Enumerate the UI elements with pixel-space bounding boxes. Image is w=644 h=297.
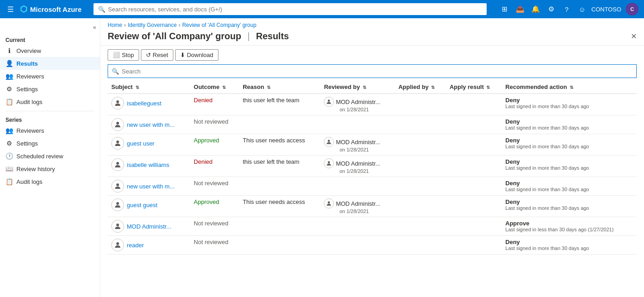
sidebar-item-audit-logs-current[interactable]: 📋 Audit logs — [0, 95, 100, 108]
cell-subject-0: isabelleguest — [108, 94, 190, 115]
col-subject-label: Subject — [111, 83, 133, 90]
col-apply-result[interactable]: Apply result ⇅ — [446, 81, 502, 94]
sidebar-item-audit-logs-series-label: Audit logs — [16, 178, 42, 185]
rec-action-main: Deny — [505, 118, 633, 125]
cell-subject-2: guest user — [108, 134, 190, 156]
collapse-icon[interactable]: « — [93, 24, 96, 31]
series-reviewers-icon: 👥 — [5, 127, 13, 134]
sidebar-item-overview[interactable]: ℹ Overview — [0, 44, 100, 57]
cell-reviewed-by-0: MOD Administr... on 1/28/2021 — [320, 94, 395, 115]
main-layout: « Current ℹ Overview 👤 Results 👥 Reviewe… — [0, 18, 644, 297]
outcome-badge: Not reviewed — [194, 180, 229, 187]
hamburger-menu[interactable]: ☰ — [5, 3, 16, 16]
search-box-wrap: 🔍 — [100, 64, 644, 81]
sidebar-item-review-history[interactable]: 📖 Review history — [0, 162, 100, 175]
col-rec-action[interactable]: Recommended action ⇅ — [502, 81, 637, 94]
cell-reviewed-by-2: MOD Administr... on 1/28/2021 — [320, 134, 395, 156]
help-icon[interactable]: ? — [561, 3, 573, 16]
sidebar-item-settings-series[interactable]: ⚙ Settings — [0, 137, 100, 150]
avatar[interactable]: C — [626, 3, 639, 16]
svg-point-10 — [116, 224, 119, 226]
cell-apply-result-0 — [446, 94, 502, 115]
reviewer-name-text: MOD Administr... — [336, 160, 380, 167]
rec-action-sub: Last signed in more than 30 days ago — [505, 125, 633, 130]
notifications-icon[interactable]: 🔔 — [530, 3, 542, 16]
rec-action-sort-icon: ⇅ — [570, 85, 573, 90]
sidebar-item-audit-logs-series[interactable]: 📋 Audit logs — [0, 175, 100, 188]
cell-rec-action-5: Deny Last signed in more than 30 days ag… — [502, 196, 637, 217]
reviewer-date: on 1/28/2021 — [339, 147, 391, 152]
cell-apply-result-1 — [446, 115, 502, 134]
cell-reason-6 — [239, 217, 320, 236]
rec-action-main: Deny — [505, 137, 633, 144]
series-audit-icon: 📋 — [5, 178, 13, 185]
user-name[interactable]: reader — [127, 242, 144, 249]
cell-rec-action-7: Deny Last signed in more than 30 days ag… — [502, 236, 637, 255]
results-icon: 👤 — [5, 60, 13, 67]
col-reason-label: Reason — [243, 83, 264, 90]
breadcrumb-home[interactable]: Home — [108, 22, 122, 28]
stop-button[interactable]: ⬜ Stop — [108, 49, 139, 61]
search-input[interactable] — [122, 68, 633, 75]
global-search-input[interactable] — [108, 6, 482, 13]
portal-help-icon[interactable]: ⊞ — [499, 3, 511, 16]
user-name[interactable]: MOD Administr... — [127, 223, 171, 230]
rec-action-sub: Last signed in more than 30 days ago — [505, 187, 633, 192]
cell-subject-3: isabelle williams — [108, 156, 190, 177]
reviewer-date: on 1/28/2021 — [339, 208, 391, 214]
cell-subject-4: new user with m... — [108, 177, 190, 196]
cell-reviewed-by-4 — [320, 177, 395, 196]
rec-action-main: Deny — [505, 180, 633, 187]
cell-subject-5: guest guest — [108, 196, 190, 217]
cell-applied-by-5 — [395, 196, 446, 217]
page-title-sub: Results — [256, 31, 289, 41]
breadcrumb-review[interactable]: Review of 'All Company' group — [182, 22, 256, 28]
cell-applied-by-7 — [395, 236, 446, 255]
sidebar-item-reviewers-series[interactable]: 👥 Reviewers — [0, 124, 100, 137]
sidebar-item-reviewers-current[interactable]: 👥 Reviewers — [0, 70, 100, 83]
user-name[interactable]: isabelleguest — [127, 100, 161, 107]
table-row: MOD Administr... Not reviewed Approve La… — [108, 217, 637, 236]
cell-applied-by-6 — [395, 217, 446, 236]
sidebar-item-settings-series-label: Settings — [16, 140, 38, 147]
breadcrumb-identity-governance[interactable]: Identity Governance — [128, 22, 177, 28]
col-outcome[interactable]: Outcome ⇅ — [190, 81, 239, 94]
sidebar-item-audit-logs-current-label: Audit logs — [16, 99, 42, 105]
cell-rec-action-1: Deny Last signed in more than 30 days ag… — [502, 115, 637, 134]
col-subject[interactable]: Subject ⇅ — [108, 81, 190, 94]
stop-label: Stop — [122, 52, 134, 58]
azure-icon: ⬡ — [20, 4, 27, 14]
user-name[interactable]: new user with m... — [127, 121, 175, 128]
user-avatar — [111, 220, 124, 233]
outcome-badge: Not reviewed — [194, 220, 229, 227]
user-name[interactable]: new user with m... — [127, 183, 175, 190]
cell-outcome-4: Not reviewed — [190, 177, 239, 196]
outcome-badge: Denied — [194, 97, 213, 104]
user-name[interactable]: isabelle williams — [127, 162, 169, 168]
smiley-icon[interactable]: ☺ — [576, 3, 589, 16]
search-icon: 🔍 — [98, 6, 105, 13]
download-button[interactable]: ⬇ Download — [175, 49, 218, 61]
col-reason[interactable]: Reason ⇅ — [239, 81, 320, 94]
user-name[interactable]: guest guest — [127, 202, 157, 208]
sidebar-item-results[interactable]: 👤 Results — [0, 57, 100, 70]
user-name[interactable]: guest user — [127, 140, 155, 147]
sidebar-item-scheduled-review[interactable]: 🕐 Scheduled review — [0, 150, 100, 162]
settings-sidebar-icon: ⚙ — [5, 85, 13, 93]
reviewer-date: on 1/28/2021 — [339, 168, 391, 174]
close-button[interactable]: ✕ — [631, 32, 637, 41]
col-reviewed-by[interactable]: Reviewed by ⇅ — [320, 81, 395, 94]
col-applied-by[interactable]: Applied by ⇅ — [395, 81, 446, 94]
feedback-icon[interactable]: 📤 — [514, 3, 527, 16]
reset-button[interactable]: ↺ Reset — [141, 49, 173, 61]
user-avatar — [111, 158, 124, 171]
svg-point-11 — [116, 242, 119, 245]
cell-reason-1 — [239, 115, 320, 134]
settings-icon[interactable]: ⚙ — [545, 3, 558, 16]
sidebar-collapse[interactable]: « — [0, 22, 100, 34]
sidebar-item-settings-current[interactable]: ⚙ Settings — [0, 83, 100, 95]
topbar-icons: ⊞ 📤 🔔 ⚙ ? ☺ CONTOSO C — [499, 3, 639, 16]
table-header-row: Subject ⇅ Outcome ⇅ Reason ⇅ Reviewed — [108, 81, 637, 94]
cell-rec-action-4: Deny Last signed in more than 30 days ag… — [502, 177, 637, 196]
reviewer-avatar — [324, 198, 334, 208]
